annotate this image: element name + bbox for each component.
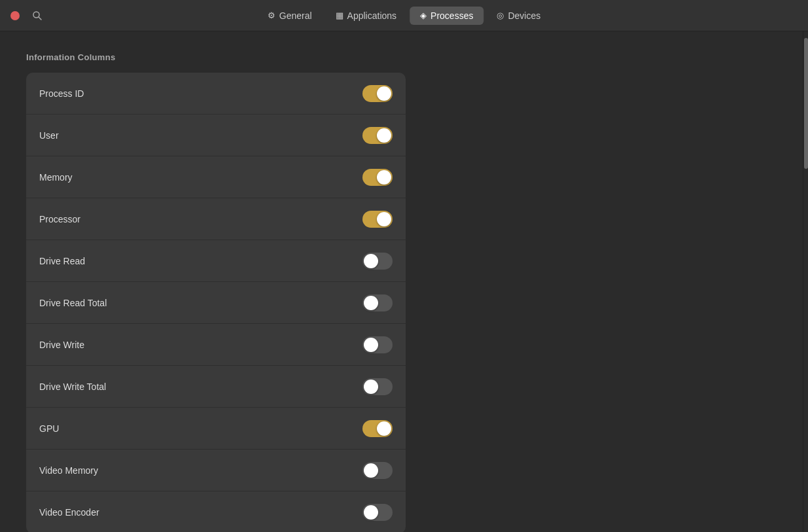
knob-video-encoder: [364, 505, 378, 520]
settings-list: Process IDUserMemoryProcessorDrive ReadD…: [26, 73, 406, 532]
svg-point-0: [33, 12, 39, 18]
label-drive-read: Drive Read: [39, 256, 85, 266]
toggle-drive-read[interactable]: [362, 253, 393, 270]
applications-tab-label: Applications: [347, 10, 397, 21]
row-process-id: Process ID: [26, 73, 406, 115]
toggle-video-memory[interactable]: [362, 462, 393, 479]
knob-drive-read-total: [364, 296, 378, 310]
tab-devices[interactable]: ◎Devices: [486, 7, 551, 25]
knob-memory: [377, 170, 391, 185]
label-process-id: Process ID: [39, 88, 84, 99]
slider-video-encoder: [362, 504, 393, 521]
row-user: User: [26, 115, 406, 156]
toggle-process-id[interactable]: [362, 85, 393, 102]
search-icon: [32, 10, 43, 21]
processes-tab-icon: ◈: [420, 10, 427, 20]
toggle-drive-write[interactable]: [362, 336, 393, 353]
devices-tab-label: Devices: [508, 10, 540, 21]
toggle-user[interactable]: [362, 127, 393, 144]
row-memory: Memory: [26, 156, 406, 198]
slider-memory: [362, 169, 393, 186]
label-drive-read-total: Drive Read Total: [39, 298, 107, 308]
scrollbar-track[interactable]: [803, 31, 808, 532]
label-memory: Memory: [39, 172, 73, 183]
knob-drive-write: [364, 338, 378, 352]
label-drive-write: Drive Write: [39, 340, 84, 350]
slider-user: [362, 127, 393, 144]
titlebar: ⚙General▦Applications◈Processes◎Devices: [0, 0, 808, 31]
label-video-encoder: Video Encoder: [39, 507, 99, 518]
slider-gpu: [362, 420, 393, 437]
close-button[interactable]: [10, 11, 20, 20]
nav-tabs: ⚙General▦Applications◈Processes◎Devices: [257, 7, 551, 25]
general-tab-label: General: [279, 10, 312, 21]
row-drive-write: Drive Write: [26, 324, 406, 366]
tab-general[interactable]: ⚙General: [257, 7, 323, 25]
slider-drive-write-total: [362, 378, 393, 395]
applications-tab-icon: ▦: [336, 10, 343, 20]
toggle-processor[interactable]: [362, 211, 393, 228]
row-drive-write-total: Drive Write Total: [26, 366, 406, 408]
slider-drive-read-total: [362, 294, 393, 311]
slider-processor: [362, 211, 393, 228]
svg-line-1: [39, 17, 42, 20]
scrollbar-thumb: [804, 38, 808, 169]
label-drive-write-total: Drive Write Total: [39, 381, 106, 392]
row-video-memory: Video Memory: [26, 450, 406, 491]
toggle-gpu[interactable]: [362, 420, 393, 437]
label-gpu: GPU: [39, 423, 59, 434]
search-button[interactable]: [27, 6, 47, 26]
label-processor: Processor: [39, 214, 80, 224]
toggle-video-encoder[interactable]: [362, 504, 393, 521]
label-video-memory: Video Memory: [39, 465, 98, 476]
content-area: Information Columns Process IDUserMemory…: [0, 31, 803, 532]
tab-applications[interactable]: ▦Applications: [325, 7, 408, 25]
devices-tab-icon: ◎: [497, 10, 504, 20]
row-drive-read: Drive Read: [26, 240, 406, 282]
toggle-drive-read-total[interactable]: [362, 294, 393, 311]
knob-gpu: [377, 421, 391, 436]
general-tab-icon: ⚙: [268, 10, 275, 20]
tab-processes[interactable]: ◈Processes: [410, 7, 483, 25]
slider-drive-read: [362, 253, 393, 270]
knob-process-id: [377, 86, 391, 101]
main-content: Information Columns Process IDUserMemory…: [0, 31, 808, 532]
processes-tab-label: Processes: [430, 10, 473, 21]
knob-video-memory: [364, 463, 378, 478]
row-drive-read-total: Drive Read Total: [26, 282, 406, 324]
row-video-encoder: Video Encoder: [26, 491, 406, 532]
knob-user: [377, 128, 391, 143]
knob-processor: [377, 212, 391, 226]
row-gpu: GPU: [26, 408, 406, 450]
label-user: User: [39, 130, 59, 141]
row-processor: Processor: [26, 198, 406, 240]
knob-drive-write-total: [364, 380, 378, 394]
toggle-memory[interactable]: [362, 169, 393, 186]
window-controls: [10, 11, 20, 20]
slider-video-memory: [362, 462, 393, 479]
slider-drive-write: [362, 336, 393, 353]
toggle-drive-write-total[interactable]: [362, 378, 393, 395]
section-title: Information Columns: [26, 52, 777, 62]
slider-process-id: [362, 85, 393, 102]
knob-drive-read: [364, 254, 378, 268]
